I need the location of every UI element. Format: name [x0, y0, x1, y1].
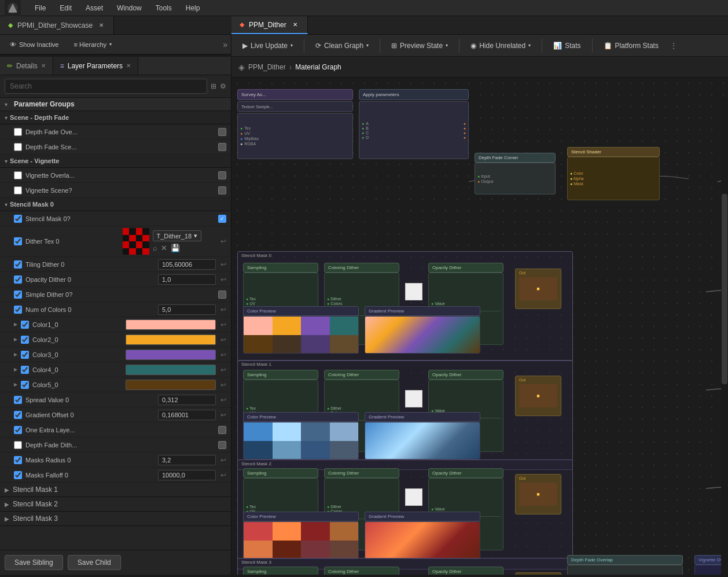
opacity-dither-0-check[interactable] [14, 275, 22, 284]
menu-tools[interactable]: Tools [153, 3, 174, 13]
dither-tex-reset[interactable]: ↩ [220, 237, 226, 245]
tab-details[interactable]: ✏ Details ✕ [0, 57, 53, 75]
color3-0-reset[interactable]: ↩ [220, 351, 226, 359]
platform-stats-btn[interactable]: 📋 Platform Stats [597, 39, 665, 53]
spread-value-0-check[interactable] [14, 396, 22, 404]
yellow-out-node-1[interactable]: Out ■ [515, 376, 561, 416]
left-toolbar-more[interactable]: » [223, 40, 227, 49]
stats-btn[interactable]: 📊 Stats [547, 39, 587, 53]
depth-fade-dith-bool[interactable] [218, 441, 226, 449]
color4-0-swatch[interactable] [126, 365, 216, 375]
group-stencil-mask-2[interactable]: ▶ Stencil Mask 2 [0, 497, 231, 512]
simple-dither-0-bool[interactable] [218, 291, 226, 299]
color3-0-check[interactable] [21, 351, 29, 359]
spread-value-0-reset[interactable]: ↩ [220, 396, 226, 404]
depth-fade-ove-bool[interactable] [218, 128, 226, 136]
graph-canvas[interactable]: Survey As... Texture Sample... ●Tex ●UV … [231, 78, 728, 575]
hide-unrelated-btn[interactable]: ◉ Hide Unrelated ▾ [464, 39, 537, 53]
color2-0-check[interactable] [21, 336, 29, 344]
tex-clear-icon[interactable]: ✕ [161, 244, 167, 252]
menu-file[interactable]: File [32, 3, 48, 13]
depth-fade-overlap-node[interactable]: Depth Fade Overlap ● Scene Depth ● Fade … [567, 555, 683, 575]
group-stencil-mask-3[interactable]: ▶ Stencil Mask 3 [0, 512, 231, 526]
gradient-offset-0-check[interactable] [14, 411, 22, 419]
color2-0-swatch[interactable] [126, 335, 216, 345]
masks-radius-0-check[interactable] [14, 456, 22, 464]
opacity-dither-node-3[interactable]: Opacity Dither ● Value ● Opacity ● Out [428, 567, 503, 575]
gradient-preview-node-0[interactable]: Gradient Preview [365, 306, 480, 358]
group-scene-vignette[interactable]: ▾ Scene - Vignette [0, 155, 231, 168]
group-stencil-mask-1[interactable]: ▶ Stencil Mask 1 [0, 483, 231, 497]
dither-tex-dropdown[interactable]: T_Dither_18 ▾ [153, 230, 202, 241]
depth-fade-dith-check[interactable] [14, 441, 22, 449]
yellow-out-node-0[interactable]: Out ■ [515, 269, 561, 309]
vignette-overla-check[interactable] [14, 171, 22, 179]
tex-browse-icon[interactable]: ⌕ [153, 244, 157, 252]
scrollbar-thumb[interactable] [722, 194, 727, 384]
gradient-preview-node-2[interactable]: Gradient Preview [365, 512, 480, 564]
dither-tex-preview[interactable] [123, 228, 149, 255]
color4-0-check[interactable] [21, 366, 29, 374]
color5-0-reset[interactable]: ↩ [220, 381, 226, 389]
graph-scrollbar[interactable] [721, 98, 728, 575]
color3-0-swatch[interactable] [126, 350, 216, 360]
group-stencil-mask-0[interactable]: ▾ Stencil Mask 0 [0, 198, 231, 211]
sampling-node-3[interactable]: Sampling ● Tex ● UV ● Out [243, 567, 318, 575]
close-details-tab[interactable]: ✕ [41, 63, 46, 69]
one-extra-layer-check[interactable] [14, 426, 22, 434]
one-extra-layer-bool[interactable] [218, 426, 226, 434]
dither-tex-0-check[interactable] [14, 237, 22, 245]
gradient-offset-0-input[interactable] [158, 410, 216, 420]
stencil-mask-0q-check[interactable] [14, 215, 22, 223]
color-preview-node-0[interactable]: Color Preview [243, 306, 359, 358]
opacity-dither-0-input[interactable] [158, 274, 216, 285]
vignette-scene-check[interactable] [14, 186, 22, 194]
num-colors-0-reset[interactable]: ↩ [220, 306, 226, 314]
color1-expand[interactable]: ▶ [14, 322, 17, 327]
top-cluster-mid[interactable]: Apply parameters ●A● ●B● ●C● ●D● [359, 89, 469, 164]
vignette-overla-bool[interactable] [218, 171, 226, 179]
hierarchy-btn[interactable]: ≡ Hierarchy ▾ [67, 38, 118, 51]
yellow-out-node-3[interactable]: Out ■ [515, 572, 561, 575]
color2-expand[interactable]: ▶ [14, 337, 17, 342]
vignette-scene-bool[interactable] [218, 186, 226, 194]
save-child-btn[interactable]: Save Child [68, 555, 121, 570]
masks-falloff-0-check[interactable] [14, 471, 22, 479]
depth-fade-ove-check[interactable] [14, 128, 22, 136]
tab-ppm-dither[interactable]: ◆ PPM_Dither ✕ [231, 16, 308, 34]
search-grid-icon[interactable]: ⊞ [211, 82, 216, 90]
tab-layer-parameters[interactable]: ≡ Layer Parameters ✕ [53, 57, 138, 75]
save-sibling-btn[interactable]: Save Sibling [5, 555, 63, 570]
color1-0-swatch[interactable] [126, 319, 216, 330]
preview-state-btn[interactable]: ⊞ Preview State ▾ [385, 39, 454, 53]
clean-graph-btn[interactable]: ⟳ Clean Graph ▾ [309, 39, 375, 53]
depth-fade-sce-bool[interactable] [218, 143, 226, 151]
color5-0-swatch[interactable] [126, 380, 216, 390]
color5-0-check[interactable] [21, 381, 29, 389]
stencil-mask-0q-bool[interactable]: ✓ [218, 215, 226, 223]
color4-expand[interactable]: ▶ [14, 367, 17, 372]
num-colors-0-check[interactable] [14, 306, 22, 314]
simple-dither-0-check[interactable] [14, 291, 22, 299]
menu-asset[interactable]: Asset [83, 3, 105, 13]
right-toolbar-more[interactable]: ⋮ [670, 41, 678, 50]
yellow-out-node-2[interactable]: Out ■ [515, 474, 561, 514]
menu-edit[interactable]: Edit [57, 3, 74, 13]
stencil-shader-top[interactable]: Stencil Shader ● Color ● Alpha ● Mask [567, 147, 660, 205]
color1-0-check[interactable] [21, 321, 29, 329]
opacity-dither-0-reset[interactable]: ↩ [220, 275, 226, 284]
num-colors-0-input[interactable] [158, 304, 216, 315]
gradient-offset-0-reset[interactable]: ↩ [220, 411, 226, 419]
gradient-preview-node-1[interactable]: Gradient Preview [365, 412, 480, 464]
color3-expand[interactable]: ▶ [14, 352, 17, 357]
masks-falloff-0-reset[interactable]: ↩ [220, 471, 226, 479]
color-preview-node-1[interactable]: Color Preview [243, 412, 359, 464]
tiling-dither-0-input[interactable] [158, 259, 216, 270]
tab-ppmi-dither-showcase[interactable]: ◆ PPMI_Dither_Showcase ✕ [0, 16, 114, 34]
spread-value-0-input[interactable] [158, 395, 216, 405]
show-inactive-btn[interactable]: 👁 Show Inactive [3, 38, 65, 51]
color1-0-reset[interactable]: ↩ [220, 321, 226, 329]
search-input[interactable] [5, 79, 207, 94]
breadcrumb-ppm-dither[interactable]: PPM_Dither [248, 63, 286, 71]
coloring-dither-node-3[interactable]: Coloring Dither ● Dither ● Colors ● Resu… [324, 567, 399, 575]
